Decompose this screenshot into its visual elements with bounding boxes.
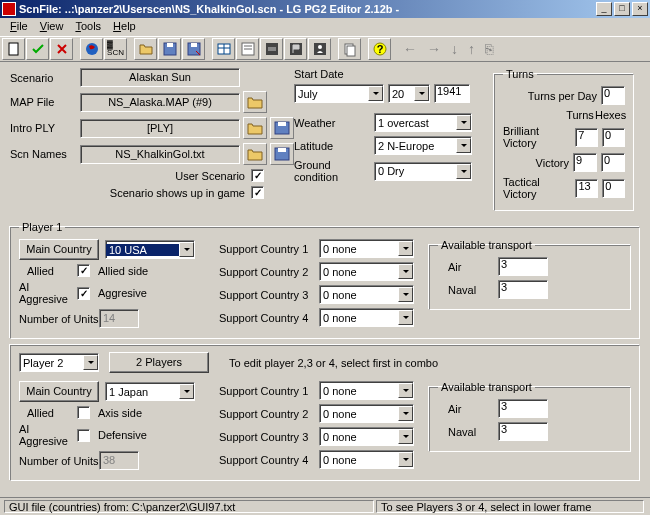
v-turns-input[interactable]: 9: [573, 153, 597, 172]
p1-sc2-select[interactable]: 0 none: [319, 262, 414, 281]
p1-sc4-select[interactable]: 0 none: [319, 308, 414, 327]
tb-new-icon[interactable]: [2, 38, 25, 60]
tb-save-icon[interactable]: [158, 38, 181, 60]
ply-field[interactable]: [PLY]: [80, 119, 240, 138]
tb-ai-icon[interactable]: [308, 38, 331, 60]
ply-browse-button[interactable]: [243, 117, 267, 139]
latitude-select[interactable]: 2 N-Europe: [374, 136, 472, 155]
tb-unit-icon[interactable]: [260, 38, 283, 60]
p1-units-label: Number of Units: [19, 313, 99, 325]
p2-air-input[interactable]: 3: [498, 399, 548, 418]
p2-main-country-select[interactable]: 1 Japan: [105, 382, 195, 401]
status-bar: GUI file (countries) from: C:\panzer2\GU…: [0, 497, 650, 515]
chevron-down-icon[interactable]: [83, 355, 98, 370]
chevron-down-icon[interactable]: [368, 86, 383, 101]
chevron-down-icon[interactable]: [456, 115, 471, 130]
p1-air-input[interactable]: 3: [498, 257, 548, 276]
chevron-down-icon[interactable]: [456, 138, 471, 153]
tpd-input[interactable]: 0: [601, 86, 625, 105]
p1-main-country-select[interactable]: 10 USA: [105, 240, 195, 259]
p2-naval-label: Naval: [438, 426, 498, 438]
p1-main-country-button[interactable]: Main Country: [19, 239, 99, 260]
p2-sc3-select[interactable]: 0 none: [319, 427, 414, 446]
shows-checkbox[interactable]: [251, 186, 264, 199]
map-label: MAP File: [10, 96, 80, 108]
day-select[interactable]: 20: [388, 84, 430, 103]
scn-label: Scn Names: [10, 148, 80, 160]
tb-scn-icon[interactable]: ▓SCN: [104, 38, 127, 60]
chevron-down-icon[interactable]: [398, 264, 413, 279]
p2-allied-side: Axis side: [98, 407, 142, 419]
tb-copy-icon[interactable]: [338, 38, 361, 60]
p2-ai-checkbox[interactable]: [77, 429, 90, 442]
p1-sc1-select[interactable]: 0 none: [319, 239, 414, 258]
chevron-down-icon[interactable]: [398, 310, 413, 325]
menu-view[interactable]: View: [34, 20, 70, 34]
user-scn-checkbox[interactable]: [251, 169, 264, 182]
player1-group: Player 1 Main Country 10 USA Allied Alli…: [10, 221, 640, 339]
tb-saveas-icon[interactable]: [182, 38, 205, 60]
p2-allied-checkbox[interactable]: [77, 406, 90, 419]
tpd-label: Turns per Day: [528, 90, 597, 102]
p2-sc1-select[interactable]: 0 none: [319, 381, 414, 400]
chevron-down-icon[interactable]: [398, 383, 413, 398]
chevron-down-icon[interactable]: [456, 164, 471, 179]
scenario-name-field[interactable]: Alaskan Sun: [80, 68, 240, 87]
ground-select[interactable]: 0 Dry: [374, 162, 472, 181]
maximize-button[interactable]: □: [614, 2, 630, 16]
map-browse-button[interactable]: [243, 91, 267, 113]
p2-naval-input[interactable]: 3: [498, 422, 548, 441]
p2-sc4-select[interactable]: 0 none: [319, 450, 414, 469]
ply-save-button[interactable]: [270, 117, 294, 139]
p1-ai-checkbox[interactable]: [77, 287, 90, 300]
user-scn-label: User Scenario: [175, 170, 245, 182]
tb-open-icon[interactable]: [134, 38, 157, 60]
chevron-down-icon[interactable]: [398, 241, 413, 256]
menu-tools[interactable]: Tools: [69, 20, 107, 34]
chevron-down-icon[interactable]: [398, 429, 413, 444]
scn-txt-field[interactable]: NS_KhalkinGol.txt: [80, 145, 240, 164]
month-select[interactable]: July: [294, 84, 384, 103]
p1-allied-checkbox[interactable]: [77, 264, 90, 277]
chevron-down-icon[interactable]: [414, 86, 429, 101]
p2-units-field: 38: [99, 451, 139, 470]
close-button[interactable]: ×: [632, 2, 648, 16]
chevron-down-icon[interactable]: [398, 287, 413, 302]
map-file-field[interactable]: NS_Alaska.MAP (#9): [80, 93, 240, 112]
tb-close-icon[interactable]: [50, 38, 73, 60]
tb-table-icon[interactable]: [212, 38, 235, 60]
tb-flag-icon[interactable]: [284, 38, 307, 60]
chevron-down-icon[interactable]: [179, 242, 194, 257]
players-count-button[interactable]: 2 Players: [109, 352, 209, 373]
p1-units-field: 14: [99, 309, 139, 328]
nav-up-icon: ↑: [463, 41, 480, 57]
bv-turns-input[interactable]: 7: [575, 128, 598, 147]
p1-naval-input[interactable]: 3: [498, 280, 548, 299]
minimize-button[interactable]: _: [596, 2, 612, 16]
toolbar: ▓SCN ? ← → ↓ ↑ ⎘: [0, 36, 650, 62]
tv-hex-input[interactable]: 0: [602, 179, 625, 198]
svg-text:?: ?: [376, 43, 383, 55]
year-input[interactable]: 1941: [434, 84, 470, 103]
p2-sc2-select[interactable]: 0 none: [319, 404, 414, 423]
player-nav-select[interactable]: Player 2: [19, 353, 99, 372]
scn-save-button[interactable]: [270, 143, 294, 165]
p1-sc3-select[interactable]: 0 none: [319, 285, 414, 304]
chevron-down-icon[interactable]: [179, 384, 194, 399]
tb-globe-icon[interactable]: [80, 38, 103, 60]
chevron-down-icon[interactable]: [398, 452, 413, 467]
svg-rect-0: [9, 43, 18, 55]
scn-browse-button[interactable]: [243, 143, 267, 165]
chevron-down-icon[interactable]: [398, 406, 413, 421]
p2-main-country-button[interactable]: Main Country: [19, 381, 99, 402]
weather-select[interactable]: 1 overcast: [374, 113, 472, 132]
menu-help[interactable]: Help: [107, 20, 142, 34]
tv-turns-input[interactable]: 13: [575, 179, 598, 198]
bv-hex-input[interactable]: 0: [602, 128, 625, 147]
menu-file[interactable]: File: [4, 20, 34, 34]
v-hex-input[interactable]: 0: [601, 153, 625, 172]
tb-properties-icon[interactable]: [236, 38, 259, 60]
tb-check-icon[interactable]: [26, 38, 49, 60]
p1-ai-desc: Aggresive: [98, 287, 147, 299]
tb-help-icon[interactable]: ?: [368, 38, 391, 60]
